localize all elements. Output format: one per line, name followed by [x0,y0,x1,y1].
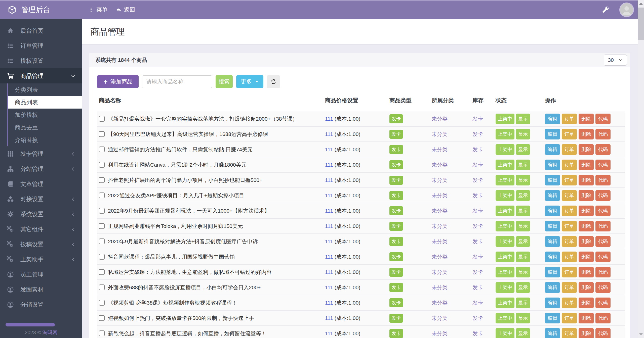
sidebar-item-13[interactable]: 系统设置 [0,207,82,222]
order-button[interactable]: 订单 [562,160,577,170]
page-size-select[interactable]: 30 [604,55,627,66]
sidebar-item-18[interactable]: 发圈素材 [0,282,82,297]
code-button[interactable]: 代码 [595,328,611,338]
edit-button[interactable]: 编辑 [545,144,560,155]
row-checkbox[interactable] [99,300,105,306]
refresh-button[interactable] [267,75,280,88]
scrollbar-thumb[interactable] [638,8,644,40]
row-checkbox[interactable] [99,162,105,168]
code-button[interactable]: 代码 [595,129,611,139]
order-button[interactable]: 订单 [562,313,577,323]
code-button[interactable]: 代码 [595,282,611,293]
more-button[interactable]: 更多 [236,75,263,88]
code-button[interactable]: 代码 [595,252,611,262]
code-button[interactable]: 代码 [595,221,611,231]
code-button[interactable]: 代码 [595,206,611,216]
status-badge-on-shelf[interactable]: 上架中 [496,190,514,201]
status-badge-on-shelf[interactable]: 上架中 [496,221,514,231]
edit-button[interactable]: 编辑 [545,129,560,139]
row-checkbox[interactable] [99,147,105,152]
order-button[interactable]: 订单 [562,298,577,308]
status-badge-on-shelf[interactable]: 上架中 [496,313,514,323]
edit-button[interactable]: 编辑 [545,175,560,185]
del-button[interactable]: 删除 [579,206,594,216]
sidebar-subitem-5[interactable]: 商品列表 [8,96,82,109]
status-badge-on-shelf[interactable]: 上架中 [496,252,514,262]
menu-button[interactable]: 菜单 [88,6,107,14]
sidebar-item-19[interactable]: 分销设置 [0,297,82,312]
del-button[interactable]: 删除 [579,252,594,262]
status-badge-on-shelf[interactable]: 上架中 [496,298,514,308]
back-button[interactable]: 返回 [116,6,135,14]
status-badge-visible[interactable]: 显示 [516,252,530,262]
scrollbar-up-arrow[interactable] [639,3,643,5]
code-button[interactable]: 代码 [595,114,611,124]
sidebar-subitem-7[interactable]: 商品去重 [8,121,82,134]
code-button[interactable]: 代码 [595,190,611,201]
order-button[interactable]: 订单 [562,282,577,293]
status-badge-visible[interactable]: 显示 [516,206,530,216]
order-button[interactable]: 订单 [562,328,577,338]
row-checkbox[interactable] [99,131,105,137]
status-badge-on-shelf[interactable]: 上架中 [496,144,514,155]
row-checkbox[interactable] [99,208,105,214]
del-button[interactable]: 删除 [579,313,594,323]
row-checkbox[interactable] [99,284,105,290]
status-badge-visible[interactable]: 显示 [516,114,530,124]
sidebar-subitem-4[interactable]: 分类列表 [8,83,82,96]
status-badge-on-shelf[interactable]: 上架中 [496,114,514,124]
status-badge-visible[interactable]: 显示 [516,298,530,308]
sidebar-item-14[interactable]: 其它组件 [0,222,82,237]
sidebar-item-2[interactable]: 模板设置 [0,53,82,68]
edit-button[interactable]: 编辑 [545,328,560,338]
status-badge-visible[interactable]: 显示 [516,282,530,293]
code-button[interactable]: 代码 [595,298,611,308]
sidebar-item-3[interactable]: 商品管理 [0,68,82,83]
edit-button[interactable]: 编辑 [545,190,560,201]
del-button[interactable]: 删除 [579,298,594,308]
del-button[interactable]: 删除 [579,236,594,247]
avatar[interactable] [619,3,634,17]
page-scrollbar[interactable] [638,0,644,338]
edit-button[interactable]: 编辑 [545,298,560,308]
row-checkbox[interactable] [99,192,105,198]
del-button[interactable]: 删除 [579,175,594,185]
status-badge-visible[interactable]: 显示 [516,190,530,201]
order-button[interactable]: 订单 [562,206,577,216]
edit-button[interactable]: 编辑 [545,221,560,231]
code-button[interactable]: 代码 [595,160,611,170]
status-badge-visible[interactable]: 显示 [516,160,530,170]
order-button[interactable]: 订单 [562,114,577,124]
status-badge-visible[interactable]: 显示 [516,175,530,185]
status-badge-on-shelf[interactable]: 上架中 [496,236,514,247]
wrench-icon[interactable] [602,6,609,14]
search-input[interactable] [142,75,212,88]
del-button[interactable]: 删除 [579,144,594,155]
row-checkbox[interactable] [99,223,105,229]
status-badge-on-shelf[interactable]: 上架中 [496,267,514,277]
sidebar-item-16[interactable]: 上架助手 [0,252,82,267]
edit-button[interactable]: 编辑 [545,282,560,293]
status-badge-on-shelf[interactable]: 上架中 [496,282,514,293]
sidebar-item-0[interactable]: 后台首页 [0,23,82,38]
status-badge-visible[interactable]: 显示 [516,221,530,231]
code-button[interactable]: 代码 [595,236,611,247]
status-badge-on-shelf[interactable]: 上架中 [496,175,514,185]
sidebar-item-17[interactable]: 员工管理 [0,267,82,282]
status-badge-visible[interactable]: 显示 [516,313,530,323]
sidebar-item-12[interactable]: 对接设置 [0,191,82,207]
code-button[interactable]: 代码 [595,267,611,277]
site-link[interactable]: 淘吗网 [43,330,58,335]
del-button[interactable]: 删除 [579,129,594,139]
row-checkbox[interactable] [99,315,105,321]
row-checkbox[interactable] [99,269,105,275]
order-button[interactable]: 订单 [562,252,577,262]
scrollbar-down-arrow[interactable] [639,333,643,335]
sidebar-item-1[interactable]: 订单管理 [0,38,82,53]
status-badge-visible[interactable]: 显示 [516,129,530,139]
sidebar-item-10[interactable]: 分站管理 [0,161,82,176]
edit-button[interactable]: 编辑 [545,252,560,262]
edit-button[interactable]: 编辑 [545,206,560,216]
edit-button[interactable]: 编辑 [545,313,560,323]
order-button[interactable]: 订单 [562,236,577,247]
